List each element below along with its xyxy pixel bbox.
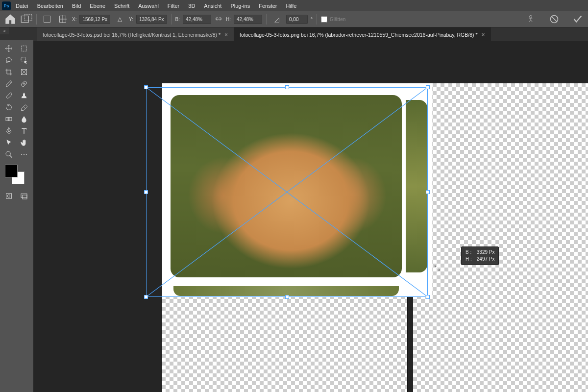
object-select-tool-icon[interactable] [17,55,31,66]
svg-rect-0 [21,16,28,23]
adjacent-frame-bottom [173,286,399,296]
menu-3d[interactable]: 3D [184,1,199,10]
document-tab-2[interactable]: fotocollage-05-3-fotos.png bei 16,7% (la… [234,27,490,41]
smoothing-checkbox[interactable]: Glätten [321,16,345,23]
quick-mask-icon[interactable] [2,191,16,201]
move-tool-icon[interactable] [2,43,16,54]
cancel-transform-icon[interactable] [548,13,561,25]
smoothing-label: Glätten [330,17,345,22]
eyedropper-tool-icon[interactable] [2,78,16,89]
svg-point-6 [6,58,12,62]
svg-rect-1 [24,14,32,21]
w-field[interactable]: 42,48% [183,15,211,24]
y-field[interactable]: 1326,84 Px [136,15,167,24]
color-swatches[interactable] [5,165,24,184]
document-tab-1[interactable]: fotocollage-05-3-fotos.psd bei 16,7% (He… [37,27,234,41]
history-brush-tool-icon[interactable] [2,102,16,113]
puppet-warp-icon[interactable] [524,13,537,25]
separator [266,14,267,24]
transform-handle-l[interactable] [144,190,148,194]
artboard-right [413,83,588,392]
menu-type[interactable]: Schrift [110,1,133,10]
edit-toolbar-icon[interactable]: ⋯ [17,149,31,160]
separator [317,14,317,24]
reference-point-grid-icon[interactable] [56,13,69,25]
lasso-tool-icon[interactable] [2,55,16,66]
menu-layer[interactable]: Ebene [86,1,109,10]
svg-point-2 [530,16,532,18]
menu-bar: Ps Datei Bearbeiten Bild Ebene Schrift A… [0,0,588,11]
adjacent-frame-right [406,100,427,272]
frame-tool-icon[interactable] [17,67,31,77]
transform-size-tooltip: B : 3329 Px H : 2497 Px [461,246,499,265]
commit-transform-icon[interactable] [571,13,584,25]
separator [171,14,172,24]
app-logo: Ps [2,1,11,10]
svg-rect-5 [22,46,27,51]
close-icon[interactable]: × [481,31,485,38]
tip-w-value: 3329 Px [477,249,495,255]
blur-tool-icon[interactable] [17,114,31,124]
y-label: Y: [129,17,133,22]
path-select-tool-icon[interactable] [2,137,16,148]
crop-tool-icon[interactable] [2,67,16,77]
brush-tool-icon[interactable] [2,90,16,101]
tip-h-label: H : [466,256,475,263]
tip-h-value: 2497 Px [477,256,495,262]
document-tab-bar: fotocollage-05-3-fotos.psd bei 16,7% (He… [0,27,588,41]
svg-rect-23 [21,194,27,197]
menu-window[interactable]: Fenster [255,1,281,10]
reference-point-toggle[interactable] [41,13,53,25]
svg-line-20 [10,155,12,158]
svg-point-22 [7,195,10,197]
separator [36,14,37,24]
x-field[interactable]: 1569,12 Px [79,15,110,24]
svg-point-19 [6,151,10,156]
tip-w-label: B : [466,249,475,256]
panel-reveal-chevrons-icon[interactable]: « [0,27,9,34]
menu-edit[interactable]: Bearbeiten [33,1,67,10]
menu-filter[interactable]: Filter [164,1,183,10]
pen-tool-icon[interactable] [2,125,16,136]
tab-title: fotocollage-05-3-fotos.psd bei 16,7% (He… [43,32,220,38]
menu-image[interactable]: Bild [68,1,85,10]
menu-plugins[interactable]: Plug-ins [226,1,254,10]
home-icon[interactable] [4,13,17,25]
transform-handle-tl[interactable] [144,85,148,89]
screen-mode-icon[interactable] [17,191,31,201]
svg-rect-21 [6,194,12,199]
svg-rect-24 [23,195,27,199]
link-aspect-icon[interactable] [214,15,223,24]
angle-icon: ◿ [270,13,283,25]
resize-cursor-icon [433,264,441,272]
transform-handle-bl[interactable] [144,295,148,299]
menu-file[interactable]: Datei [12,1,32,10]
placed-image[interactable] [171,95,402,277]
options-bar: X: 1569,12 Px △ Y: 1326,84 Px B: 42,48% … [0,11,588,27]
w-label: B: [175,17,180,22]
zoom-tool-icon[interactable] [2,149,16,160]
menu-view[interactable]: Ansicht [200,1,225,10]
image-content-dog [171,95,402,277]
hand-tool-icon[interactable] [17,137,31,148]
foreground-color-swatch[interactable] [5,165,18,177]
transform-preset-icon[interactable] [20,13,32,25]
clone-stamp-tool-icon[interactable] [17,90,31,101]
angle-unit: ° [311,17,313,22]
close-icon[interactable]: × [224,31,228,38]
marquee-tool-icon[interactable] [17,43,31,54]
delta-icon[interactable]: △ [113,13,126,25]
svg-line-4 [552,17,557,22]
menu-select[interactable]: Auswahl [134,1,163,10]
tab-title: fotocollage-05-3-fotos.png bei 16,7% (la… [240,32,477,38]
svg-line-14 [24,107,25,109]
type-tool-icon[interactable] [17,125,31,136]
h-label: H: [226,17,231,22]
eraser-tool-icon[interactable] [17,102,31,113]
canvas-area[interactable]: B : 3329 Px H : 2497 Px [33,41,588,392]
h-field[interactable]: 42,48% [234,15,262,24]
gradient-tool-icon[interactable] [2,114,16,124]
angle-field[interactable]: 0,00 [286,15,308,24]
menu-help[interactable]: Hilfe [282,1,300,10]
healing-tool-icon[interactable] [17,78,31,89]
